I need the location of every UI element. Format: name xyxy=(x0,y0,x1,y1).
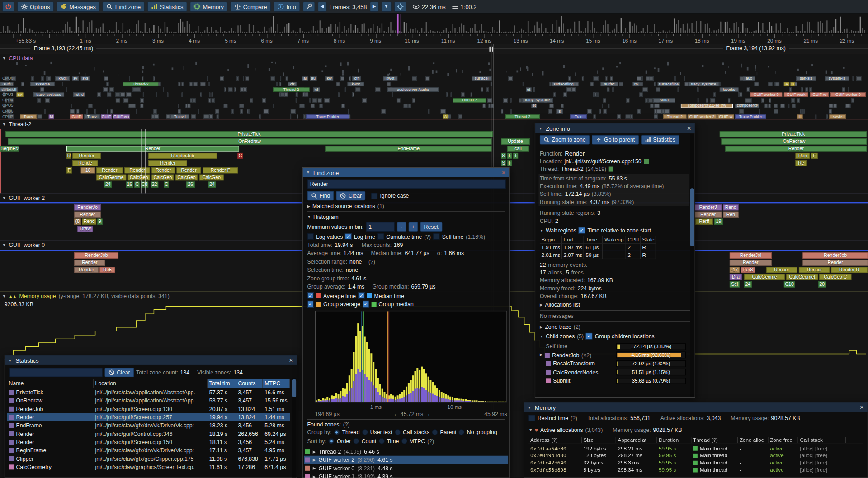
cpu-zone[interactable]: composer@2.1-se (rw xyxy=(681,104,733,108)
expand-arrow-icon[interactable]: ▶ xyxy=(540,353,543,357)
timeline-zone[interactable]: Re5 xyxy=(99,267,115,273)
timeline-zone[interactable]: RenderJob xyxy=(148,153,217,159)
statistics-titlebar[interactable]: ▼ Statistics ✕ xyxy=(5,355,297,365)
cpu-zone[interactable]: sys xyxy=(81,76,90,81)
go-to-parent-button[interactable]: Go to parent xyxy=(592,135,639,145)
timeline-zone[interactable]: Rende xyxy=(72,160,98,166)
next-frame-button[interactable]: ▶ xyxy=(370,1,379,11)
cpu-zone[interactable]: au xyxy=(310,76,317,81)
collapse-arrow-icon[interactable]: ▼ xyxy=(307,215,311,219)
collapse-arrow-icon[interactable]: ▼ xyxy=(8,358,12,362)
cpu-zone[interactable]: s xyxy=(557,109,563,114)
cpu-zone[interactable]: et xyxy=(526,87,531,92)
checkbox[interactable] xyxy=(377,233,384,240)
collapse-arrow-icon[interactable]: ▼ xyxy=(538,126,542,130)
column-header[interactable]: Duration xyxy=(657,437,691,443)
stats-table-row[interactable]: PrivateTickjni/../jni/src/claw/applicati… xyxy=(7,388,290,396)
timeline-zone[interactable]: C xyxy=(237,153,243,159)
close-icon[interactable]: ✕ xyxy=(289,357,293,363)
collapse-arrow-icon[interactable]: ▼ xyxy=(2,123,6,127)
timeline-zone[interactable]: Render xyxy=(96,167,123,173)
power-button[interactable] xyxy=(2,1,14,11)
timeline-zone[interactable]: Render F xyxy=(203,167,238,173)
cpu-zone[interactable]: Thread-2 xyxy=(123,82,158,86)
statistics-button[interactable]: Statistics xyxy=(147,1,187,11)
timeline-zone[interactable]: T xyxy=(507,160,512,166)
timeline-zone[interactable]: RenderJob xyxy=(803,252,868,258)
find-zone-search-input[interactable] xyxy=(307,180,506,189)
stats-table-row[interactable]: Renderjni/../jni/src/guif/Screen.cpp:257… xyxy=(7,413,290,421)
statistics-button[interactable]: Statistics xyxy=(641,135,679,145)
find-zone-histogram[interactable] xyxy=(315,311,507,402)
cpu-zone[interactable]: al xyxy=(302,76,308,81)
cpu-zone[interactable]: cfr xyxy=(352,76,361,81)
timeline-zone[interactable]: 20 xyxy=(818,281,826,287)
radio-button[interactable] xyxy=(401,438,407,444)
cpu-zone[interactable]: A xyxy=(784,82,789,86)
group-children-checkbox[interactable]: ✓ xyxy=(586,333,593,340)
stats-table-row[interactable]: Renderjni/../jni/src/guif/Control.cpp:34… xyxy=(7,430,290,438)
cpu-zone[interactable]: GUIF xyxy=(70,114,83,119)
ignore-case-checkbox[interactable] xyxy=(371,193,378,199)
timeline-zone[interactable]: OnRedraw xyxy=(8,138,491,144)
cpu-zone[interactable]: Tracy I xyxy=(170,114,189,119)
child-zone-row[interactable]: Submit35.63 µs (0.79%) xyxy=(538,377,692,385)
cpu-zone[interactable]: audioserver /audio xyxy=(387,87,439,92)
cpu-zone[interactable]: sen-sis xyxy=(796,76,816,81)
timeline-zone[interactable]: S xyxy=(501,160,506,166)
timeline-zone[interactable]: Render xyxy=(803,260,868,265)
timeline-zone[interactable]: Ren xyxy=(723,212,738,218)
cpu-zone[interactable]: tracy_systrace xyxy=(33,92,64,97)
timeline-zone[interactable]: CalcGeomet xyxy=(786,274,818,280)
close-icon[interactable]: ✕ xyxy=(501,170,506,175)
allocation-row[interactable]: 0x7dfc53d8988 bytes298.34 ms59.95 sMain … xyxy=(528,466,863,473)
collapse-arrow-icon[interactable]: ▼ xyxy=(2,243,6,247)
timeline-zone[interactable]: Render R xyxy=(831,267,868,273)
column-header[interactable]: Counts xyxy=(236,379,263,388)
timeline-zone[interactable]: BeginFrame xyxy=(0,146,19,151)
timeline-zone[interactable]: Rend xyxy=(723,204,738,210)
cpu-zone[interactable]: sy xyxy=(72,76,79,81)
source-location[interactable]: jni/../jni/src/guif/Screen.cpp:150 xyxy=(564,158,641,164)
timeline-zone[interactable]: Render xyxy=(725,146,867,151)
timeline-zone[interactable]: Render xyxy=(66,146,239,151)
column-header[interactable]: Zone alloc xyxy=(738,437,768,443)
timeline-zone[interactable]: Render xyxy=(74,212,101,218)
cpu-zone[interactable]: GUIF worker 2 xyxy=(688,114,717,119)
timeline-zone[interactable]: C xyxy=(135,182,140,188)
timeline-zone[interactable]: RenderJo xyxy=(74,204,101,210)
column-header[interactable]: Address(?) xyxy=(528,437,582,443)
stats-table-row[interactable]: OnRedrawjni/../jni/src/claw/application/… xyxy=(7,397,290,405)
allocation-row[interactable]: 0x7e049b3d00128 bytes298.27 ms59.95 sMai… xyxy=(528,452,863,459)
checkbox[interactable]: ✓ xyxy=(307,293,314,299)
cpu-zone[interactable]: B xyxy=(791,82,795,86)
cpu-zone[interactable]: Thread-2 xyxy=(505,114,540,119)
collapse-arrow-icon[interactable]: ▼ xyxy=(540,334,543,338)
column-header[interactable]: MTPC xyxy=(263,379,290,388)
tools-button[interactable] xyxy=(303,1,315,11)
cpu-zone[interactable]: Tracy Profiler xyxy=(735,114,766,119)
timeline-zone[interactable]: CalcGeo xyxy=(175,175,198,180)
timeline-zone[interactable]: 22 xyxy=(151,182,158,188)
cpu-zone[interactable]: GUIF xyxy=(101,114,112,119)
checkbox[interactable]: ✓ xyxy=(358,293,365,299)
filter-zones-input[interactable] xyxy=(9,368,103,377)
timeline-zone[interactable]: Render xyxy=(74,260,105,265)
cpu-zone[interactable]: surfacel xyxy=(472,76,491,81)
radio-button[interactable] xyxy=(353,438,359,444)
decrease-bin-button[interactable]: - xyxy=(397,222,406,232)
cpu-zone[interactable]: Thread-2 xyxy=(453,98,486,103)
cpu-zone[interactable]: sy xyxy=(17,92,24,97)
cpu-zone[interactable]: GUIF-wo xyxy=(113,114,130,119)
find-zone-titlebar[interactable]: ▼ Find zone ✕ xyxy=(303,168,509,177)
cpu-zone[interactable]: Tracy xyxy=(84,114,99,119)
child-zone-row[interactable]: ▶RenderJob(×2)4.16 ms (92.60%) xyxy=(538,351,692,360)
timeline-zone[interactable]: 18 xyxy=(81,167,95,173)
cpu-zone[interactable]: kwor xyxy=(348,82,364,86)
timeline-zone[interactable]: C10 xyxy=(784,281,795,287)
checkbox[interactable] xyxy=(307,233,314,240)
allocation-row[interactable]: 0x7dfc42d64032 bytes298.3 ms59.95 sMain … xyxy=(528,459,863,466)
checkbox[interactable]: ✓ xyxy=(345,233,352,240)
close-icon[interactable]: ✕ xyxy=(687,125,691,131)
zone-group-row[interactable]: ▶GUIF worker 0(3,231)4.48 s xyxy=(304,464,508,472)
